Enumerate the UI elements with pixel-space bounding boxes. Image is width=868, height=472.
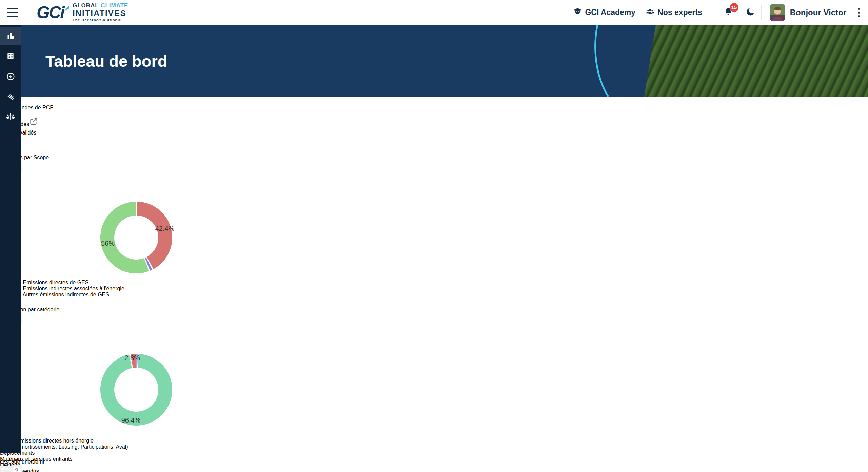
logo-monogram: GCi <box>37 4 64 21</box>
legend-item[interactable]: Scope 1: Emissions directes de GES <box>0 280 271 286</box>
stat-demandes-de-pcf: Demandes de PCF6 <box>0 102 271 117</box>
sidebar-item-scale[interactable] <box>0 109 21 126</box>
hero-banner: Tableau de bord <box>21 25 868 97</box>
open-in-new-icon[interactable] <box>29 121 38 127</box>
chart-legend: Scope 1: Emissions directes de GESScope … <box>0 280 271 298</box>
legend-item[interactable]: Autres émissions directes hors énergie <box>0 438 271 444</box>
chart-plot: 2.8%96.4% <box>0 325 271 430</box>
logo-leaf-icon <box>64 6 69 11</box>
logo-word-initiatives: INITIATIVES <box>73 9 129 17</box>
top-navbar: GCi GLOBAL CLIMATE INITIATIVES The Decar… <box>0 0 868 25</box>
nav-experts[interactable]: Nos experts <box>646 7 702 18</box>
academy-icon <box>573 7 582 18</box>
chart-card-scope: Résultats par Scope?42.4%56%Scope 1: Emi… <box>0 155 271 307</box>
more-menu-icon[interactable] <box>858 8 860 17</box>
donut-label: 42.4% <box>155 225 175 232</box>
chart-card-waterfall: cascade unetdemi?05 k10 k15 k20 k25 k30 … <box>0 459 271 472</box>
chart-title: cascade unetdemi <box>0 459 44 465</box>
chart-plot: 42.4%56% <box>0 173 271 278</box>
navbar-actions: GCI Academy Nos experts 15 Bonjour Victo… <box>573 0 868 25</box>
sidebar-item-calculator[interactable] <box>0 48 21 65</box>
svg-text:?: ? <box>15 467 19 472</box>
page-title: Tableau de bord <box>45 52 167 70</box>
donut-label: 96.4% <box>121 416 141 424</box>
chart-card-categories: Répartition par catégorie?2.8%96.4%Énerg… <box>0 307 271 459</box>
legend-item[interactable]: Déplacements <box>0 450 271 456</box>
legend-item[interactable]: Actifs (Amortissements, Leasing, Partici… <box>0 444 271 450</box>
moon-icon <box>745 7 755 18</box>
download-circle-icon <box>6 72 15 82</box>
nav-gci-academy[interactable]: GCI Academy <box>573 7 635 18</box>
dark-mode-toggle[interactable] <box>744 6 756 19</box>
sidebar <box>0 25 21 453</box>
donut-label: 2.8% <box>124 354 140 362</box>
calculator-icon <box>6 52 15 62</box>
legend-item[interactable]: Énergie <box>0 432 271 438</box>
chart-help-button[interactable]: ? <box>11 465 22 472</box>
donut-label: 56% <box>101 240 115 247</box>
logo-word-climate: CLIMATE <box>101 2 128 9</box>
sidebar-item-handshake[interactable] <box>0 88 21 106</box>
bar-chart-icon <box>6 31 15 42</box>
greeting: Bonjour Victor <box>790 8 846 17</box>
chart-refresh-button[interactable] <box>0 466 11 472</box>
sidebar-item-bar-chart[interactable] <box>0 27 21 45</box>
handshake-icon <box>6 92 15 103</box>
scale-icon <box>6 112 15 123</box>
legend-item[interactable]: Scope 2: Emissions indirectes associées … <box>0 286 271 292</box>
notifications-button[interactable]: 15 <box>722 6 734 19</box>
experts-icon <box>646 7 655 18</box>
menu-icon[interactable] <box>7 8 18 17</box>
app-root: GCi GLOBAL CLIMATE INITIATIVES The Decar… <box>0 0 868 472</box>
logo-tagline: The Decarbo'Solution® <box>73 18 129 22</box>
avatar[interactable] <box>770 4 785 21</box>
legend-item[interactable]: Scope 3: Autres émissions indirectes de … <box>0 292 271 298</box>
sidebar-item-download-circle[interactable] <box>0 68 21 86</box>
notification-badge: 15 <box>730 3 738 12</box>
logo: GCi GLOBAL CLIMATE INITIATIVES The Decar… <box>37 3 128 22</box>
logo-word-global: GLOBAL <box>73 2 99 9</box>
